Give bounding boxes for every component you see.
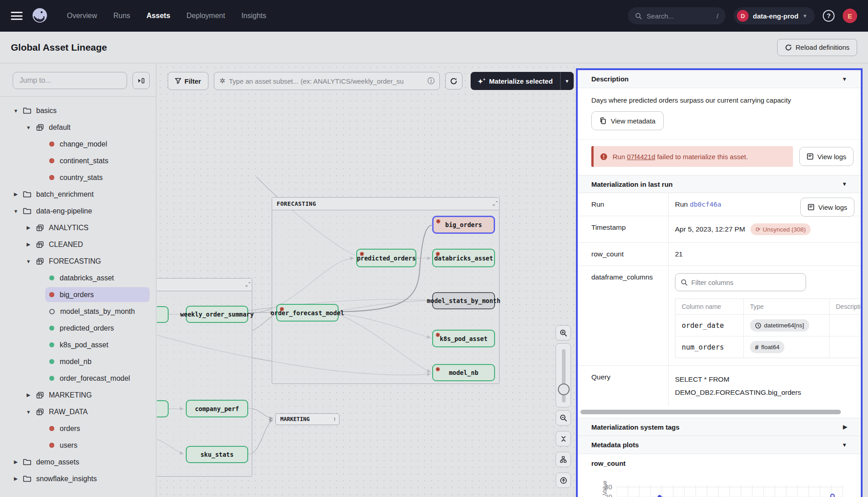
asset-group-marketing-collapsed[interactable]: MARKETING ⁝ [275, 413, 340, 425]
nav-item-insights[interactable]: Insights [241, 12, 266, 20]
asset-group-header[interactable]: ⌄̂ [157, 279, 252, 291]
chevron-down-icon: ▼ [802, 13, 807, 19]
asset-node-big_orders[interactable]: big_orders [432, 216, 495, 234]
asset-subset-input[interactable]: ✲ Type an asset subset... (ex: ANALYTICS… [214, 72, 440, 90]
horizontal-scrollbar[interactable] [580, 410, 841, 414]
asset-node-label: databricks_asset [434, 255, 493, 262]
sidebar-item-default[interactable]: ▼default [0, 119, 156, 136]
sidebar-item-order_forecast_model[interactable]: order_forecast_model [0, 370, 156, 387]
asset-group-header[interactable]: FORECASTING ⌄̂ [272, 198, 499, 210]
sidebar-item-label: batch_enrichment [36, 190, 94, 199]
asset-status-dot-green [49, 342, 54, 347]
avatar[interactable]: E [843, 9, 857, 23]
caret-down-icon[interactable]: ▼ [12, 108, 20, 114]
sidebar-item-k8s_pod_asset[interactable]: k8s_pod_asset [0, 336, 156, 353]
search-input[interactable]: Search... / [628, 7, 726, 24]
caret-right-icon[interactable]: ▶ [12, 459, 20, 465]
view-metadata-button[interactable]: View metadata [591, 111, 664, 130]
sidebar-item-data-eng-pipeline[interactable]: ▼data-eng-pipeline [0, 203, 156, 219]
info-icon[interactable]: ⓘ [428, 76, 435, 86]
caret-down-icon[interactable]: ▼ [24, 125, 33, 130]
zoom-slider[interactable] [556, 343, 571, 407]
caret-right-icon[interactable]: ▶ [12, 191, 20, 197]
reload-definitions-button[interactable]: Reload definitions [777, 39, 857, 56]
page-header: Global Asset Lineage Reload definitions [0, 32, 868, 63]
asset-node-model_stats_by_month[interactable]: model_stats_by_month [432, 292, 495, 309]
help-icon[interactable]: ? [823, 10, 835, 22]
materialize-options-caret[interactable]: ▼ [560, 72, 574, 90]
sidebar-item-RAW_DATA[interactable]: ▼RAW_DATA [0, 403, 156, 420]
sidebar-item-snowflake_insights[interactable]: ▶snowflake_insights [0, 470, 156, 487]
sidebar-item-databricks_asset[interactable]: databricks_asset [0, 270, 156, 286]
menu-icon[interactable] [11, 12, 23, 20]
nav-item-assets[interactable]: Assets [146, 12, 170, 20]
asset-node-weekly_order_summary[interactable]: weekly_order_summary [186, 306, 248, 323]
sidebar-item-country_stats[interactable]: country_stats [0, 169, 156, 186]
asset-node-partial[interactable] [157, 306, 169, 323]
sidebar-item-basics[interactable]: ▼basics [0, 102, 156, 119]
sidebar-item-orders[interactable]: orders [0, 420, 156, 437]
asset-node-databricks_asset[interactable]: databricks_asset [432, 249, 495, 267]
system-tags-section-header[interactable]: Materialization system tags ▶ [578, 418, 861, 436]
zoom-slider-handle[interactable] [558, 383, 570, 395]
folder-icon [23, 190, 32, 199]
sidebar-item-MARKETING[interactable]: ▶MARKETING [0, 387, 156, 403]
alert-text: Run 07f4421d failed to materialize this … [613, 153, 748, 161]
zoom-out-button[interactable] [556, 410, 571, 426]
asset-node-predicted_orders[interactable]: predicted_orders [356, 249, 416, 267]
asset-node-model_nb[interactable]: model_nb [432, 364, 495, 381]
caret-right-icon[interactable]: ▶ [12, 476, 20, 482]
caret-right-icon[interactable]: ▶ [24, 241, 33, 247]
zoom-in-button[interactable] [556, 325, 571, 341]
caret-down-icon[interactable]: ▼ [12, 208, 20, 214]
sidebar-item-FORECASTING[interactable]: ▼FORECASTING [0, 253, 156, 270]
sidebar-item-model_stats_by_month[interactable]: model_stats_by_month [0, 303, 156, 320]
selected-asset-pill[interactable]: big_orders [45, 287, 150, 302]
sidebar-item-demo_assets[interactable]: ▶demo_assets [0, 454, 156, 470]
collapse-groups-button[interactable] [556, 431, 571, 446]
last-run-section-header[interactable]: Materialization in last run ▼ [578, 175, 861, 193]
sidebar-item-continent_stats[interactable]: continent_stats [0, 152, 156, 169]
metadata-plots-section-header[interactable]: Metadata plots ▼ [578, 436, 861, 454]
caret-down-icon[interactable]: ▼ [24, 409, 33, 415]
deployment-switcher[interactable]: D data-eng-prod ▼ [734, 7, 815, 24]
group-expand-icon[interactable]: ⌄̂ [245, 282, 248, 288]
failed-run-link[interactable]: 07f4421d [627, 153, 656, 161]
recenter-button[interactable] [556, 473, 571, 488]
view-logs-button[interactable]: View logs [799, 147, 854, 166]
sidebar-item-users[interactable]: users [0, 437, 156, 454]
nav-item-deployment[interactable]: Deployment [187, 12, 225, 20]
caret-right-icon[interactable]: ▶ [24, 392, 33, 398]
error-icon [600, 153, 608, 161]
op-selection-icon: ✲ [220, 77, 226, 85]
unsynced-badge[interactable]: ⟳ Unsynced (308) [750, 223, 811, 235]
sidebar-item-model_nb[interactable]: model_nb [0, 353, 156, 370]
filter-button[interactable]: Filter [168, 72, 208, 90]
asset-node-company_perf[interactable]: company_perf [186, 400, 248, 417]
sidebar-item-ANALYTICS[interactable]: ▶ANALYTICS [0, 219, 156, 236]
run-id-link[interactable]: db0cf46a [690, 201, 722, 208]
sidebar-item-big_orders[interactable]: big_orders [0, 286, 156, 303]
materialize-selected-button[interactable]: ✦+ Materialize selected ▼ [471, 72, 574, 90]
sidebar-item-batch_enrichment[interactable]: ▶batch_enrichment [0, 186, 156, 203]
group-collapse-icon[interactable]: ⌄̂ [492, 201, 495, 207]
asset-node-partial[interactable] [157, 400, 169, 417]
asset-node-order_forecast_model[interactable]: order_forecast_model [276, 304, 339, 322]
caret-right-icon[interactable]: ▶ [24, 225, 33, 231]
refresh-graph-button[interactable] [445, 72, 462, 90]
description-section-header[interactable]: Description ▼ [578, 70, 861, 88]
relayout-button[interactable] [556, 452, 571, 467]
asset-node-k8s_pod_asset[interactable]: k8s_pod_asset [432, 330, 495, 347]
view-logs-button[interactable]: View logs [800, 198, 854, 217]
jump-to-input[interactable]: Jump to... [13, 72, 127, 89]
sidebar-item-CLEANED[interactable]: ▶CLEANED [0, 236, 156, 253]
nav-item-overview[interactable]: Overview [67, 12, 97, 20]
sidebar-item-predicted_orders[interactable]: predicted_orders [0, 320, 156, 336]
asset-node-sku_stats[interactable]: sku_stats [186, 446, 248, 463]
collapse-sidebar-button[interactable] [132, 72, 150, 89]
nav-item-runs[interactable]: Runs [113, 12, 130, 20]
caret-down-icon[interactable]: ▼ [24, 259, 33, 264]
filter-columns-input[interactable]: Filter columns [675, 273, 806, 291]
column-header: Column name [675, 299, 743, 314]
sidebar-item-change_model[interactable]: change_model [0, 136, 156, 152]
